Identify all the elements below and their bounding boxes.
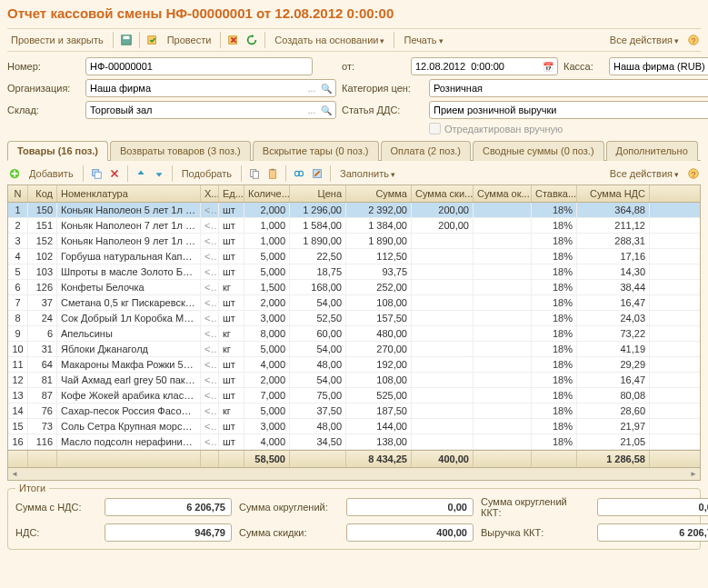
col-nom[interactable]: Номенклатура xyxy=(57,185,201,202)
col-qty[interactable]: Количе... xyxy=(244,185,290,202)
save-icon[interactable] xyxy=(119,33,134,47)
col-ok[interactable]: Сумма ок... xyxy=(474,185,532,202)
col-n[interactable]: N xyxy=(8,185,28,202)
tab-0[interactable]: Товары (16 поз.) xyxy=(7,141,108,161)
scroll-left-icon[interactable]: ◄ xyxy=(8,468,21,481)
post-icon[interactable] xyxy=(145,33,160,47)
col-st[interactable]: Ставка... xyxy=(532,185,577,202)
stock-input[interactable]: ...🔍 xyxy=(85,101,336,119)
paste-icon[interactable] xyxy=(265,166,280,181)
total-qty: 58,500 xyxy=(244,451,290,467)
table-row[interactable]: 1150Коньяк Наполеон 5 лет 1л ст...<..шт2… xyxy=(8,203,700,218)
unpost-icon[interactable] xyxy=(226,33,241,47)
total-nds: 1 286,58 xyxy=(577,451,650,467)
svg-rect-2 xyxy=(147,36,155,45)
add-icon[interactable] xyxy=(7,166,22,181)
sum-nds-value[interactable]: 6 206,75 xyxy=(105,498,232,516)
move-down-icon[interactable] xyxy=(152,166,166,181)
table-row[interactable]: 1281Чай Ахмад earl grey 50 пак по...<..ш… xyxy=(8,373,700,388)
rev-kkt-label: Выручка ККТ: xyxy=(481,527,590,538)
col-price[interactable]: Цена xyxy=(290,185,346,202)
all-actions-button[interactable]: Все действия xyxy=(606,33,683,47)
table-row[interactable]: 6126Конфеты Белочка<..кг1,500168,00252,0… xyxy=(8,280,700,295)
sum-round-kkt-value[interactable]: 0,00 xyxy=(597,498,708,516)
table-row[interactable]: 1476Сахар-песок Россия Фасова...<..кг5,0… xyxy=(8,404,700,419)
col-x[interactable]: Х... xyxy=(201,185,219,202)
date-input[interactable]: 📅 xyxy=(411,57,558,75)
totals-title: Итоги xyxy=(15,483,49,493)
scroll-right-icon[interactable]: ► xyxy=(687,468,700,481)
cash-input[interactable]: ...🔍 xyxy=(609,57,708,75)
fill-button[interactable]: Заполнить xyxy=(336,166,399,181)
separator xyxy=(139,32,140,48)
col-sk[interactable]: Сумма ски... xyxy=(412,185,474,202)
nds-value[interactable]: 946,79 xyxy=(105,523,232,542)
add-button[interactable]: Добавить xyxy=(25,166,77,181)
print-button[interactable]: Печать xyxy=(400,33,446,47)
separator xyxy=(394,32,394,48)
table-row[interactable]: 1164Макароны Макфа Рожки 500г<..шт4,0004… xyxy=(8,357,700,373)
manual-edit-checkbox[interactable]: Отредактирован вручную xyxy=(429,123,708,135)
select-icon[interactable]: ... xyxy=(304,103,319,117)
col-kod[interactable]: Код xyxy=(28,185,57,202)
sum-nds-label: Сумма с НДС: xyxy=(15,502,97,513)
save-close-button[interactable]: Провести и закрыть xyxy=(7,33,107,47)
tab-4[interactable]: Сводные суммы (0 поз.) xyxy=(473,141,604,161)
separator xyxy=(241,165,242,182)
table-row[interactable]: 1387Кофе Жокей арабика класси...<..шт7,0… xyxy=(8,388,700,404)
edit-icon[interactable] xyxy=(310,166,324,181)
pricecat-input[interactable]: ...🔍 xyxy=(429,79,708,97)
magnify-icon[interactable]: 🔍 xyxy=(319,103,334,117)
rev-kkt-value[interactable]: 6 206,75 xyxy=(597,523,708,542)
table-row[interactable]: 1031Яблоки Джанаголд<..кг5,00054,00270,0… xyxy=(8,342,700,357)
table-row[interactable]: 5103Шпроты в масле Золото Балт...<..шт5,… xyxy=(8,264,700,280)
separator xyxy=(83,165,84,182)
link-icon[interactable] xyxy=(292,166,306,181)
horizontal-scrollbar[interactable]: ◄ ► xyxy=(8,467,700,480)
org-input[interactable]: ...🔍 xyxy=(85,79,336,97)
table-row[interactable]: 4102Горбуша натуральная Капита...<..шт5,… xyxy=(8,249,700,264)
tab-2[interactable]: Вскрытие тары (0 поз.) xyxy=(253,141,379,161)
create-based-button[interactable]: Создать на основании xyxy=(271,33,388,47)
table-row[interactable]: 16116Масло подсолн нерафинир К...<..шт4,… xyxy=(8,434,700,450)
select-icon[interactable]: ... xyxy=(304,81,319,95)
col-ed[interactable]: Ед... xyxy=(219,185,244,202)
separator xyxy=(285,165,286,182)
tabs: Товары (16 поз.)Возвраты товаров (3 поз.… xyxy=(7,140,701,161)
copy-row-icon[interactable] xyxy=(89,166,104,181)
move-up-icon[interactable] xyxy=(134,166,148,181)
table-row[interactable]: 3152Коньяк Наполеон 9 лет 1л ст...<..шт1… xyxy=(8,234,700,249)
tab-3[interactable]: Оплата (2 поз.) xyxy=(381,141,471,161)
col-sum[interactable]: Сумма xyxy=(346,185,412,202)
help-icon[interactable]: ? xyxy=(686,166,701,181)
tab-1[interactable]: Возвраты товаров (3 поз.) xyxy=(110,141,251,161)
svg-rect-10 xyxy=(253,171,258,178)
calendar-icon[interactable]: 📅 xyxy=(541,59,555,74)
table-row[interactable]: 737Сметана 0,5 кг Пискаревски...<..шт2,0… xyxy=(8,295,700,311)
sum-round-value[interactable]: 0,00 xyxy=(346,498,474,516)
cash-label: Касса: xyxy=(563,61,603,72)
grid-all-actions-button[interactable]: Все действия xyxy=(606,166,683,181)
table-row[interactable]: 824Сок Добрый 1л Коробка Мул...<..шт3,00… xyxy=(8,311,700,326)
svg-rect-11 xyxy=(270,170,276,179)
dds-input[interactable]: ...🔍 xyxy=(429,101,708,119)
table-row[interactable]: 96Апельсины<..кг8,00060,00480,0018%73,22 xyxy=(8,326,700,342)
sum-sk-value[interactable]: 400,00 xyxy=(346,523,474,542)
delete-row-icon[interactable] xyxy=(107,166,122,181)
number-input[interactable] xyxy=(85,57,313,75)
select-button[interactable]: Подобрать xyxy=(178,166,235,181)
post-button[interactable]: Провести xyxy=(164,33,215,47)
help-icon[interactable]: ? xyxy=(686,33,701,47)
copy-icon[interactable] xyxy=(247,166,262,181)
table-row[interactable]: 2151Коньяк Наполеон 7 лет 1л ст...<..шт1… xyxy=(8,218,700,234)
separator xyxy=(330,165,331,182)
magnify-icon[interactable]: 🔍 xyxy=(319,81,334,95)
tab-5[interactable]: Дополнительно xyxy=(606,141,698,161)
refresh-icon[interactable] xyxy=(244,33,259,47)
svg-text:?: ? xyxy=(692,170,696,179)
header-form: Номер: от: 📅 Касса: ...🔍 Организация: ..… xyxy=(7,57,701,135)
separator xyxy=(172,165,173,182)
svg-text:?: ? xyxy=(692,36,696,45)
table-row[interactable]: 1573Соль Сетра Крупная морская...<..шт3,… xyxy=(8,419,700,434)
col-nds[interactable]: Сумма НДС xyxy=(577,185,650,202)
